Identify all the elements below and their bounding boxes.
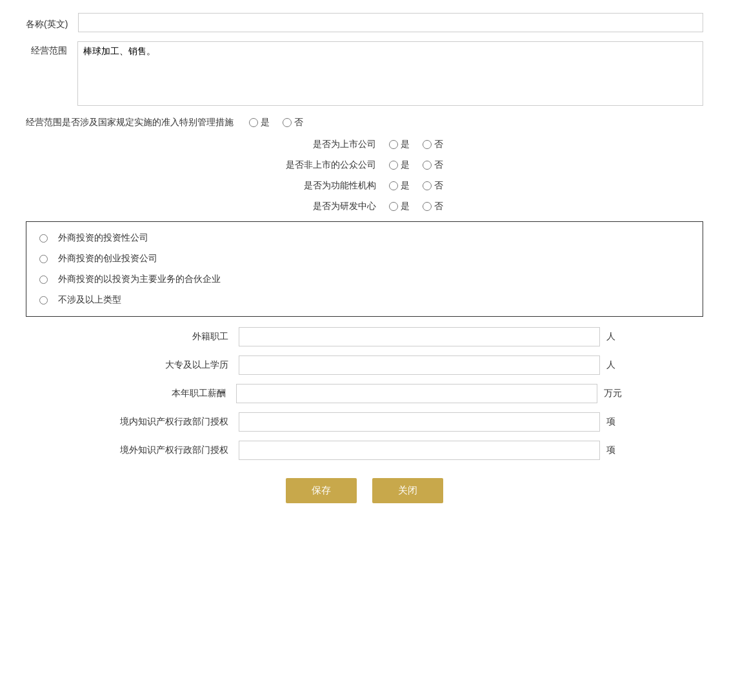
public-no-input[interactable] [423, 161, 432, 170]
foreign-type-0-input[interactable] [39, 234, 48, 243]
close-button[interactable]: 关闭 [372, 478, 443, 503]
rd-center-radio-group: 是 否 [389, 201, 443, 212]
foreign-ip-unit: 项 [600, 445, 619, 456]
listed-company-label: 是否为上市公司 [286, 139, 389, 150]
foreign-staff-unit: 人 [600, 331, 619, 343]
foreign-type-2[interactable]: 外商投资的以投资为主要业务的合伙企业 [39, 274, 221, 285]
domestic-ip-input[interactable] [239, 412, 600, 432]
annual-salary-label: 本年职工薪酬 [107, 388, 236, 399]
rd-no[interactable]: 否 [423, 201, 443, 212]
domestic-ip-label: 境内知识产权行政部门授权 [110, 416, 239, 428]
scope-special-label: 经营范围是否涉及国家规定实施的准入特别管理措施 [26, 117, 249, 128]
annual-salary-unit: 万元 [597, 388, 622, 399]
domestic-ip-unit: 项 [600, 416, 619, 428]
public-company-label: 是否非上市的公众公司 [286, 159, 389, 171]
button-row: 保存 关闭 [26, 478, 703, 503]
college-staff-row: 大专及以上学历 人 [26, 355, 703, 375]
foreign-type-1-input[interactable] [39, 255, 48, 263]
foreign-type-3[interactable]: 不涉及以上类型 [39, 294, 121, 306]
functional-yes[interactable]: 是 [389, 180, 410, 192]
form-container: 各称(英文) 经营范围 棒球加工、销售。 经营范围是否涉及国家规定实施的准入特别… [26, 13, 703, 503]
scope-special-row: 经营范围是否涉及国家规定实施的准入特别管理措施 是 否 [26, 117, 703, 128]
rd-yes-label: 是 [401, 201, 410, 212]
foreign-type-row-2: 外商投资的以投资为主要业务的合伙企业 [39, 274, 690, 285]
scope-row: 经营范围 棒球加工、销售。 [26, 41, 703, 108]
foreign-type-2-label: 外商投资的以投资为主要业务的合伙企业 [53, 274, 221, 285]
scope-special-radio-group: 是 否 [249, 117, 303, 128]
college-staff-label: 大专及以上学历 [110, 359, 239, 371]
public-yes[interactable]: 是 [389, 159, 410, 171]
rd-no-input[interactable] [423, 202, 432, 211]
save-button[interactable]: 保存 [286, 478, 357, 503]
public-company-row: 是否非上市的公众公司 是 否 [26, 159, 703, 171]
listed-yes[interactable]: 是 [389, 139, 410, 150]
scope-label: 经营范围 [26, 41, 77, 57]
rd-center-row: 是否为研发中心 是 否 [26, 201, 703, 212]
foreign-ip-label: 境外知识产权行政部门授权 [110, 445, 239, 456]
scope-textarea-wrapper: 棒球加工、销售。 [77, 41, 703, 108]
scope-special-no-label: 否 [294, 117, 303, 128]
scope-special-no[interactable]: 否 [283, 117, 303, 128]
foreign-ip-input[interactable] [239, 441, 600, 460]
name-en-row: 各称(英文) [26, 13, 703, 32]
public-no-label: 否 [434, 159, 443, 171]
functional-org-row: 是否为功能性机构 是 否 [26, 180, 703, 192]
listed-no-input[interactable] [423, 140, 432, 149]
listed-company-radio-group: 是 否 [389, 139, 443, 150]
public-yes-label: 是 [401, 159, 410, 171]
foreign-type-3-label: 不涉及以上类型 [53, 294, 121, 306]
rd-no-label: 否 [434, 201, 443, 212]
foreign-staff-row: 外籍职工 人 [26, 327, 703, 346]
foreign-type-1-label: 外商投资的创业投资公司 [53, 253, 157, 265]
listed-no-label: 否 [434, 139, 443, 150]
listed-no[interactable]: 否 [423, 139, 443, 150]
functional-org-radio-group: 是 否 [389, 180, 443, 192]
public-no[interactable]: 否 [423, 159, 443, 171]
foreign-type-3-input[interactable] [39, 296, 48, 305]
foreign-type-row-1: 外商投资的创业投资公司 [39, 253, 690, 265]
listed-company-row: 是否为上市公司 是 否 [26, 139, 703, 150]
foreign-type-row-0: 外商投资的投资性公司 [39, 232, 690, 244]
foreign-type-box: 外商投资的投资性公司 外商投资的创业投资公司 外商投资的以投资为主要业务的合伙企… [26, 221, 703, 317]
rd-center-label: 是否为研发中心 [286, 201, 389, 212]
name-en-label: 各称(英文) [26, 15, 78, 30]
foreign-type-row-3: 不涉及以上类型 [39, 294, 690, 306]
functional-org-label: 是否为功能性机构 [286, 180, 389, 192]
name-en-input[interactable] [78, 13, 703, 32]
foreign-staff-label: 外籍职工 [110, 331, 239, 343]
annual-salary-row: 本年职工薪酬 万元 [26, 384, 703, 403]
college-staff-input[interactable] [239, 355, 600, 375]
annual-salary-input[interactable] [236, 384, 597, 403]
scope-special-yes[interactable]: 是 [249, 117, 270, 128]
rd-yes[interactable]: 是 [389, 201, 410, 212]
scope-textarea[interactable]: 棒球加工、销售。 [77, 41, 703, 106]
functional-yes-label: 是 [401, 180, 410, 192]
listed-yes-input[interactable] [389, 140, 398, 149]
functional-yes-input[interactable] [389, 181, 398, 190]
foreign-type-2-input[interactable] [39, 275, 48, 284]
listed-yes-label: 是 [401, 139, 410, 150]
foreign-type-0-label: 外商投资的投资性公司 [53, 232, 148, 244]
college-staff-unit: 人 [600, 359, 619, 371]
public-yes-input[interactable] [389, 161, 398, 170]
public-company-radio-group: 是 否 [389, 159, 443, 171]
scope-special-yes-input[interactable] [249, 118, 258, 127]
domestic-ip-row: 境内知识产权行政部门授权 项 [26, 412, 703, 432]
functional-no-input[interactable] [423, 181, 432, 190]
foreign-staff-input[interactable] [239, 327, 600, 346]
scope-special-no-input[interactable] [283, 118, 292, 127]
foreign-type-1[interactable]: 外商投资的创业投资公司 [39, 253, 157, 265]
functional-no[interactable]: 否 [423, 180, 443, 192]
rd-yes-input[interactable] [389, 202, 398, 211]
foreign-ip-row: 境外知识产权行政部门授权 项 [26, 441, 703, 460]
foreign-type-0[interactable]: 外商投资的投资性公司 [39, 232, 148, 244]
scope-special-yes-label: 是 [261, 117, 270, 128]
functional-no-label: 否 [434, 180, 443, 192]
